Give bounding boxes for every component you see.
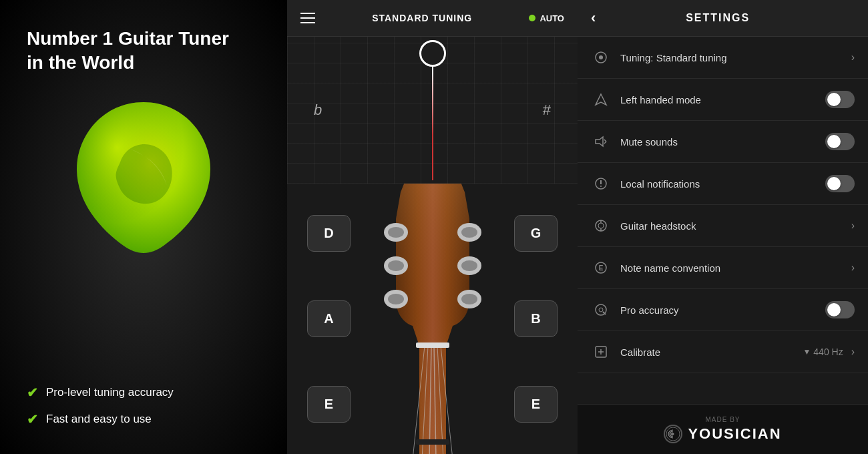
settings-footer: MADE BY YOUSICIAN (578, 404, 868, 454)
string-btn-E-high[interactable]: E (514, 386, 558, 423)
mute-sounds-icon (591, 132, 611, 152)
settings-item-tuning[interactable]: Tuning: Standard tuning › (578, 37, 868, 79)
string-buttons: D G A B E E (287, 184, 578, 454)
pro-accuracy-toggle[interactable] (825, 301, 855, 318)
left-handed-toggle-thumb (827, 93, 841, 106)
settings-item-mute-sounds[interactable]: Mute sounds (578, 121, 868, 163)
notifications-icon (591, 174, 611, 194)
check-icon-1: ✔ (27, 385, 38, 401)
headstock-icon (591, 216, 611, 236)
svg-marker-22 (596, 137, 603, 146)
settings-item-headstock[interactable]: Guitar headstock › (578, 205, 868, 247)
tuner-needle-line (432, 67, 433, 180)
calibrate-chevron: › (851, 346, 855, 358)
pro-accuracy-icon (591, 300, 611, 320)
mute-sounds-toggle-thumb (827, 135, 841, 148)
feature-item-1: ✔ Pro-level tuning accuracy (27, 385, 174, 401)
svg-point-41 (672, 433, 674, 435)
headstock-area: D G A B E E (287, 184, 578, 454)
note-convention-text: Note name convention (620, 262, 851, 274)
tuning-label-text: Tuning: Standard tuning (620, 52, 851, 63)
right-panel: ‹ SETTINGS Tuning: Standard tuning › Lef… (578, 0, 868, 454)
calibrate-arrow-down: ▼ (803, 347, 811, 357)
tuner-header: STANDARD TUNING AUTO (287, 0, 578, 37)
mute-sounds-text: Mute sounds (620, 136, 825, 148)
made-by-label: MADE BY (705, 416, 740, 423)
string-btn-B[interactable]: B (514, 300, 558, 337)
pro-accuracy-text: Pro accuracy (620, 304, 825, 316)
sharp-symbol: # (543, 101, 551, 119)
tuner-needle-circle (419, 40, 446, 67)
headstock-text: Guitar headstock (620, 220, 851, 232)
yousician-fingerprint-icon (664, 425, 682, 443)
settings-item-notifications[interactable]: Local notifications (578, 163, 868, 205)
middle-panel: STANDARD TUNING AUTO b # (287, 0, 578, 454)
settings-item-note-convention[interactable]: E Note name convention › (578, 247, 868, 289)
auto-badge[interactable]: AUTO (529, 13, 564, 23)
pro-accuracy-toggle-thumb (827, 303, 841, 316)
settings-item-pro-accuracy[interactable]: Pro accuracy (578, 289, 868, 331)
tuner-display: b # (287, 37, 578, 184)
auto-dot (529, 15, 535, 21)
calibrate-value: 440 Hz (813, 347, 843, 357)
string-btn-A[interactable]: A (307, 300, 351, 337)
calibrate-value-container: ▼ 440 Hz › (803, 346, 855, 358)
note-convention-chevron: › (851, 262, 855, 274)
svg-text:E: E (599, 264, 604, 272)
svg-point-35 (599, 308, 603, 312)
tuning-icon (591, 47, 611, 67)
calibrate-text: Calibrate (620, 347, 803, 358)
left-handed-text: Left handed mode (620, 94, 825, 105)
string-btn-D[interactable]: D (307, 215, 351, 252)
settings-item-left-handed[interactable]: Left handed mode (578, 79, 868, 121)
auto-label: AUTO (539, 13, 564, 23)
headstock-chevron: › (851, 220, 855, 232)
mute-sounds-toggle[interactable] (825, 133, 855, 150)
left-handed-icon (591, 89, 611, 109)
menu-button[interactable] (300, 13, 315, 23)
feature-text-1: Pro-level tuning accuracy (46, 386, 174, 399)
yousician-logo: YOUSICIAN (664, 425, 781, 443)
settings-header: ‹ SETTINGS (578, 0, 868, 37)
left-handed-toggle[interactable] (825, 91, 855, 108)
left-panel: Number 1 Guitar Tuner in the World (0, 0, 287, 454)
svg-line-24 (604, 142, 606, 144)
flat-symbol: b (314, 101, 322, 119)
check-icon-2: ✔ (27, 411, 38, 427)
svg-point-29 (598, 223, 604, 228)
string-btn-E-low[interactable]: E (307, 386, 351, 423)
headline: Number 1 Guitar Tuner in the World (27, 27, 229, 75)
settings-title: SETTINGS (596, 12, 840, 24)
features-list: ✔ Pro-level tuning accuracy ✔ Fast and e… (27, 385, 174, 427)
tuning-chevron: › (851, 51, 855, 63)
yousician-brand-name: YOUSICIAN (688, 425, 781, 443)
notifications-toggle[interactable] (825, 175, 855, 192)
string-btn-G[interactable]: G (514, 215, 558, 252)
back-button[interactable]: ‹ (591, 9, 596, 27)
tuning-label: STANDARD TUNING (372, 13, 472, 23)
calibrate-icon (591, 342, 611, 362)
svg-point-21 (599, 55, 603, 59)
settings-item-calibrate[interactable]: Calibrate ▼ 440 Hz › (578, 331, 868, 373)
svg-point-27 (600, 186, 602, 187)
notifications-toggle-thumb (827, 177, 841, 190)
note-convention-icon: E (591, 258, 611, 278)
guitar-pick-logo (70, 95, 217, 256)
feature-text-2: Fast and easy to use (46, 413, 152, 426)
feature-item-2: ✔ Fast and easy to use (27, 411, 174, 427)
settings-list: Tuning: Standard tuning › Left handed mo… (578, 37, 868, 404)
notifications-text: Local notifications (620, 178, 825, 190)
